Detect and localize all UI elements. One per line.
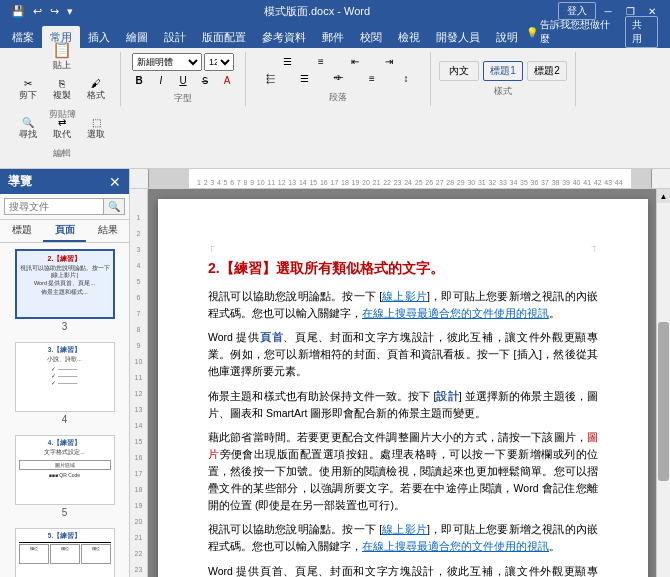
page-number-3: 3: [6, 321, 123, 332]
find-button[interactable]: 🔍 尋找: [12, 115, 44, 143]
font-group-label: 字型: [174, 92, 192, 105]
align-justify-button[interactable]: ≡: [356, 71, 388, 87]
nav-pane-header: 導覽 ✕: [0, 169, 129, 194]
tab-view[interactable]: 檢視: [390, 26, 428, 48]
ribbon-group-clipboard: 📋 貼上 ✂ 剪下 ⎘ 複製 🖌 格式 剪貼簿: [8, 52, 121, 106]
bullets-button[interactable]: ☰: [271, 54, 303, 69]
document-paragraph-2: Word 提供頁首、頁尾、封面和文字方塊設計，彼此互補，讓文件外觀更顯專業。例如…: [208, 329, 598, 379]
search-input[interactable]: [4, 198, 104, 215]
style-h2-button[interactable]: 標題2: [527, 61, 567, 81]
tab-mailings[interactable]: 郵件: [314, 26, 352, 48]
document-scroll[interactable]: ┌ ┐ 2.【練習】選取所有類似格式的文字。 視訊可以協助您說明論點。按一下 […: [148, 189, 656, 577]
clipboard-row: ✂ 剪下 ⎘ 複製 🖌 格式: [12, 76, 112, 104]
strikethrough-button[interactable]: S̶: [195, 73, 215, 88]
tab-help[interactable]: 說明: [488, 26, 526, 48]
underline-button[interactable]: U: [173, 73, 193, 88]
list-item[interactable]: 3.【練習】 小說、詩歌... ✓ ───── ✓ ───── ✓ ───── …: [4, 340, 125, 427]
select-button[interactable]: ⬚ 選取: [80, 115, 112, 143]
document-area: 1234567891011121314151617181920212223242…: [130, 169, 670, 577]
align-center-button[interactable]: ☰: [288, 71, 320, 87]
document-paragraph-6: Word 提供頁首、頁尾、封面和文字方塊設計，彼此互補，讓文件外觀更顯專業。例如…: [208, 563, 598, 577]
page-thumbnail-4: 3.【練習】 小說、詩歌... ✓ ───── ✓ ───── ✓ ─────: [15, 342, 115, 412]
paste-button[interactable]: 📋 貼上: [46, 38, 78, 74]
nav-pages-list: 2.【練習】 視訊可以協助您說明論點。按一下[線上影片] Word 提供頁首、頁…: [0, 243, 129, 577]
align-left-button[interactable]: ⬱: [254, 71, 286, 87]
cut-icon: ✂: [24, 78, 32, 89]
align-right-button[interactable]: ⬲: [322, 71, 354, 87]
customize-qa-btn[interactable]: ▾: [64, 3, 76, 20]
nav-tab-pages[interactable]: 頁面: [43, 220, 86, 242]
format-painter-button[interactable]: 🖌 格式: [80, 76, 112, 104]
document-page: ┌ ┐ 2.【練習】選取所有類似格式的文字。 視訊可以協助您說明論點。按一下 […: [158, 199, 648, 577]
nav-pane-title: 導覽: [8, 173, 32, 190]
tab-references[interactable]: 參考資料: [254, 26, 314, 48]
bold-button[interactable]: B: [129, 73, 149, 88]
list-item[interactable]: 5.【練習】 欄位 欄位 欄位 6: [4, 526, 125, 577]
page-thumbnail-3: 2.【練習】 視訊可以協助您說明論點。按一下[線上影片] Word 提供頁首、頁…: [15, 249, 115, 319]
ribbon-group-editing: 🔍 尋找 ⇄ 取代 ⬚ 選取 編輯: [8, 110, 120, 164]
page-number-4: 4: [6, 414, 123, 425]
tab-draw[interactable]: 繪圖: [118, 26, 156, 48]
editing-group-label: 編輯: [53, 147, 71, 160]
list-item[interactable]: 4.【練習】 文字格式設定... 圖片區域 ■■■ QR Code 5: [4, 433, 125, 520]
nav-tab-headings[interactable]: 標題: [0, 220, 43, 242]
style-h1-button[interactable]: 標題1: [483, 61, 523, 81]
style-normal-button[interactable]: 內文: [439, 61, 479, 81]
tab-layout[interactable]: 版面配置: [194, 26, 254, 48]
vertical-ruler: 123 456 789 101112 131415 161718 192021 …: [130, 189, 148, 577]
font-name-select[interactable]: 新細明體: [132, 53, 202, 71]
ribbon-group-font: 新細明體 12 B I U S̶ A 字型: [125, 52, 246, 106]
numbering-button[interactable]: ≡: [305, 54, 337, 69]
save-quick-btn[interactable]: 💾: [8, 3, 28, 20]
find-icon: 🔍: [22, 117, 34, 128]
cut-button[interactable]: ✂ 剪下: [12, 76, 44, 104]
ruler-inner: 1234567891011121314151617181920212223242…: [148, 169, 652, 188]
tab-review[interactable]: 校閱: [352, 26, 390, 48]
horizontal-ruler: 1234567891011121314151617181920212223242…: [130, 169, 670, 189]
tell-me-text: 💡 告訴我您想做什麼: [526, 18, 617, 46]
search-button[interactable]: 🔍: [104, 198, 125, 215]
window-title: 模式版面.docx - Word: [76, 4, 558, 19]
undo-btn[interactable]: ↩: [30, 3, 45, 20]
lightbulb-icon: 💡: [526, 27, 538, 38]
nav-tab-results[interactable]: 結果: [86, 220, 129, 242]
scroll-up-button[interactable]: ▲: [657, 189, 670, 203]
font-color-button[interactable]: A: [217, 73, 237, 88]
document-paragraph-1: 視訊可以協助您說明論點。按一下 [線上影片]，即可貼上您要新增之視訊的內嵌程式碼…: [208, 288, 598, 322]
paste-row: 📋 貼上: [46, 38, 78, 74]
paste-icon: 📋: [52, 40, 72, 59]
paragraph-group-label: 段落: [329, 91, 347, 104]
styles-group-label: 樣式: [494, 85, 512, 98]
nav-search-bar: 🔍: [0, 194, 129, 220]
navigation-pane: 導覽 ✕ 🔍 標題 頁面 結果 2.【練習】 視訊可以協助您說明論點。按一下[線…: [0, 169, 130, 577]
tab-developer[interactable]: 開發人員: [428, 26, 488, 48]
tab-insert[interactable]: 插入: [80, 26, 118, 48]
tab-design[interactable]: 設計: [156, 26, 194, 48]
tab-file[interactable]: 檔案: [4, 26, 42, 48]
document-paragraph-5: 視訊可以協助您說明論點。按一下 [線上影片]，即可貼上您要新增之視訊的內嵌程式碼…: [208, 521, 598, 555]
ribbon-tab-bar: 檔案 常用 插入 繪圖 設計 版面配置 參考資料 郵件 校閱 檢視 開發人員 說…: [0, 22, 670, 48]
list-item[interactable]: 2.【練習】 視訊可以協助您說明論點。按一下[線上影片] Word 提供頁首、頁…: [4, 247, 125, 334]
italic-button[interactable]: I: [151, 73, 171, 88]
replace-icon: ⇄: [58, 117, 66, 128]
share-label[interactable]: 共用: [625, 16, 658, 48]
main-area: 導覽 ✕ 🔍 標題 頁面 結果 2.【練習】 視訊可以協助您說明論點。按一下[線…: [0, 169, 670, 577]
indent-decrease-button[interactable]: ⇤: [339, 54, 371, 69]
nav-pane-close-button[interactable]: ✕: [109, 174, 121, 190]
document-heading: 2.【練習】選取所有類似格式的文字。: [208, 257, 598, 279]
font-size-select[interactable]: 12: [204, 53, 234, 71]
vertical-scrollbar[interactable]: ▲ ▼: [656, 189, 670, 577]
copy-button[interactable]: ⎘ 複製: [46, 76, 78, 104]
document-paragraph-4: 藉此節省當時間。若要更更配合文件調整圖片大小的方式，請按一下該圖片，圖片旁便會出…: [208, 429, 598, 513]
indent-increase-button[interactable]: ⇥: [373, 54, 405, 69]
nav-tabs: 標題 頁面 結果: [0, 220, 129, 243]
replace-button[interactable]: ⇄ 取代: [46, 115, 78, 143]
document-paragraph-3: 佈景主題和樣式也有助於保持文件一致。按下 [設計] 並選擇新的佈景主題後，圖片、…: [208, 388, 598, 422]
format-painter-icon: 🖌: [91, 78, 101, 89]
redo-btn[interactable]: ↪: [47, 3, 62, 20]
title-bar-left: 💾 ↩ ↪ ▾: [8, 3, 76, 20]
scrollbar-thumb[interactable]: [658, 322, 669, 481]
line-spacing-button[interactable]: ↕: [390, 71, 422, 87]
ribbon-group-styles: 內文 標題1 標題2 樣式: [435, 52, 576, 106]
page-thumbnail-5: 4.【練習】 文字格式設定... 圖片區域 ■■■ QR Code: [15, 435, 115, 505]
